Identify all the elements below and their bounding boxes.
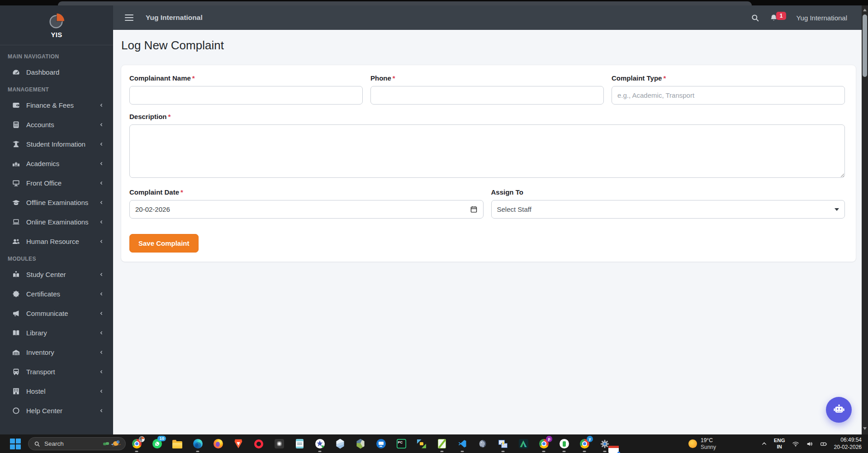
pie-logo-icon bbox=[48, 12, 65, 30]
navbar-user[interactable]: Yug International bbox=[796, 14, 847, 22]
search-icon[interactable] bbox=[751, 14, 759, 22]
chevron-left-icon bbox=[99, 272, 104, 277]
notepad-plus-plus-icon[interactable] bbox=[437, 439, 447, 449]
putty-icon[interactable] bbox=[498, 439, 508, 449]
sidebar-item-front-office[interactable]: Front Office bbox=[0, 173, 113, 193]
assign-to-select[interactable]: Select Staff bbox=[491, 200, 845, 219]
chrome-icon[interactable] bbox=[132, 439, 142, 449]
desktop-icon bbox=[11, 179, 20, 188]
remote-desktop-icon[interactable] bbox=[376, 439, 386, 449]
sidebar-item-dashboard[interactable]: Dashboard bbox=[0, 62, 113, 82]
chevron-left-icon bbox=[99, 291, 104, 297]
notifications-button[interactable]: 1 bbox=[769, 14, 787, 22]
pycharm-icon[interactable]: PC bbox=[396, 439, 406, 449]
sidebar-item-label: Help Center bbox=[26, 407, 99, 415]
complaint-form-card: Complainant Name* Phone* Complaint Type*… bbox=[121, 65, 856, 262]
hamburger-icon[interactable] bbox=[125, 14, 133, 21]
file-explorer-icon[interactable] bbox=[172, 439, 182, 449]
sidebar-item-academics[interactable]: Academics bbox=[0, 154, 113, 173]
chevron-left-icon bbox=[99, 181, 104, 186]
scrollbar-thumb[interactable] bbox=[863, 14, 867, 77]
sidebar-item-label: Finance & Fees bbox=[26, 101, 99, 109]
vscode-icon[interactable] bbox=[457, 439, 467, 449]
sidebar-item-label: Inventory bbox=[26, 348, 99, 356]
weather-condition: Sunny bbox=[701, 444, 716, 451]
clock-date: 20-02-2026 bbox=[834, 444, 862, 451]
brave-icon[interactable] bbox=[233, 439, 243, 449]
tray-chevron-up-icon[interactable] bbox=[761, 441, 767, 447]
sidebar-item-inventory[interactable]: Inventory bbox=[0, 343, 113, 362]
school-icon bbox=[11, 159, 20, 168]
taskbar-clock[interactable]: 06:49:54 20-02-2026 bbox=[834, 437, 862, 451]
chevron-left-icon bbox=[99, 103, 104, 108]
snipping-tool-icon[interactable] bbox=[274, 439, 284, 449]
calendar-icon[interactable] bbox=[470, 205, 478, 213]
cube-app-icon[interactable] bbox=[335, 439, 345, 449]
chrome-profile-p-icon[interactable]: p bbox=[539, 439, 549, 449]
whatsapp-icon[interactable]: 10 bbox=[152, 439, 162, 449]
bullhorn-icon bbox=[11, 309, 20, 318]
nav-section-header: MAIN NAVIGATION bbox=[0, 49, 113, 62]
sidebar-item-student-information[interactable]: Student Information bbox=[0, 134, 113, 154]
taskbar-weather[interactable]: 19°C Sunny bbox=[688, 434, 716, 453]
scroll-up-arrow-icon[interactable] bbox=[863, 9, 867, 11]
laptop-icon bbox=[11, 218, 20, 227]
chrome-profile-y-icon[interactable]: y bbox=[579, 439, 589, 449]
opera-icon[interactable] bbox=[254, 439, 264, 449]
sidebar-item-library[interactable]: Library bbox=[0, 323, 113, 343]
complainant-name-input[interactable] bbox=[129, 86, 363, 105]
firefox-icon[interactable] bbox=[213, 439, 223, 449]
browser-tab-sliver[interactable] bbox=[58, 1, 752, 5]
edge-icon[interactable] bbox=[193, 439, 203, 449]
sidebar-item-finance-fees[interactable]: Finance & Fees bbox=[0, 95, 113, 115]
windows-taskbar: Search 10 PC p y bbox=[0, 434, 868, 453]
nav-section-header: MODULES bbox=[0, 251, 113, 265]
student-icon bbox=[11, 140, 20, 149]
sidebar-item-help-center[interactable]: Help Center bbox=[0, 401, 113, 420]
sidebar-item-certificates[interactable]: Certificates bbox=[0, 284, 113, 304]
page-scrollbar[interactable] bbox=[862, 5, 868, 434]
description-label: Description* bbox=[129, 113, 845, 120]
main-content: Log New Complaint Complainant Name* Phon… bbox=[113, 30, 862, 434]
complaint-date-input[interactable]: 20-02-2026 bbox=[129, 200, 484, 219]
brand-logo[interactable]: YIS bbox=[0, 5, 113, 45]
sidebar-item-label: Front Office bbox=[26, 179, 99, 187]
phone-input[interactable] bbox=[370, 86, 604, 105]
chevron-left-icon bbox=[99, 142, 104, 147]
sidebar-item-label: Hostel bbox=[26, 387, 99, 395]
notepad-icon[interactable] bbox=[294, 439, 304, 449]
netbeans-icon[interactable] bbox=[356, 439, 365, 449]
battery-icon[interactable] bbox=[820, 440, 827, 448]
astah-icon[interactable] bbox=[315, 439, 325, 449]
sidebar-item-offline-examinations[interactable]: Offline Examinations bbox=[0, 193, 113, 212]
chatbot-button[interactable] bbox=[826, 397, 852, 423]
language-indicator[interactable]: ENG IN bbox=[774, 438, 785, 450]
save-complaint-button[interactable]: Save Complaint bbox=[129, 234, 199, 253]
sidebar-item-hostel[interactable]: Hostel bbox=[0, 381, 113, 401]
wallet-icon bbox=[11, 101, 20, 110]
notification-badge: 1 bbox=[776, 12, 787, 20]
sidebar-item-label: Transport bbox=[26, 368, 99, 376]
winscp-icon[interactable] bbox=[417, 439, 427, 449]
anaconda-icon[interactable] bbox=[518, 439, 528, 449]
book-reader-icon bbox=[11, 270, 20, 279]
sidebar-item-human-resource[interactable]: Human Resource bbox=[0, 232, 113, 251]
sidebar-item-study-center[interactable]: Study Center bbox=[0, 265, 113, 284]
media-mini-icon[interactable] bbox=[608, 446, 619, 453]
sidebar-item-accounts[interactable]: Accounts bbox=[0, 115, 113, 134]
description-textarea[interactable] bbox=[129, 124, 845, 178]
complaint-type-input[interactable] bbox=[612, 86, 845, 105]
taskbar-search-placeholder: Search bbox=[44, 440, 102, 447]
sidebar-item-online-examinations[interactable]: Online Examinations bbox=[0, 212, 113, 232]
sidebar-item-label: Academics bbox=[26, 160, 99, 167]
volume-icon[interactable] bbox=[806, 440, 813, 448]
sidebar-item-transport[interactable]: Transport bbox=[0, 362, 113, 381]
wifi-icon[interactable] bbox=[792, 440, 799, 448]
local-app-icon[interactable] bbox=[559, 439, 569, 449]
scroll-down-arrow-icon[interactable] bbox=[863, 427, 867, 430]
postgresql-icon[interactable] bbox=[478, 439, 488, 449]
start-button[interactable] bbox=[10, 439, 20, 449]
sidebar-item-label: Offline Examinations bbox=[26, 199, 99, 206]
taskbar-search[interactable]: Search bbox=[28, 437, 126, 450]
sidebar-item-communicate[interactable]: Communicate bbox=[0, 304, 113, 323]
